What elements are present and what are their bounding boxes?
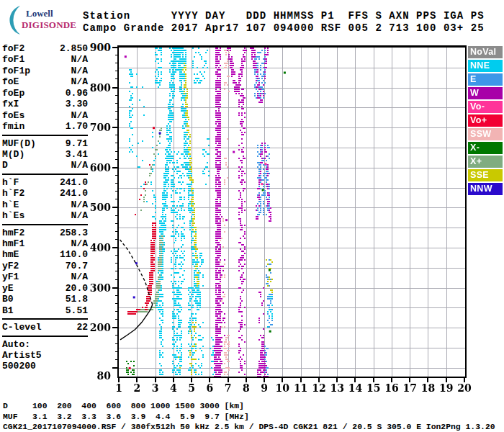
header-line-values: Campo Grande 2017 Apr17 107 094000 RSF 0… — [83, 22, 485, 34]
parameter-value: 258.3 — [60, 228, 88, 238]
parameter-row-foF1: foF1N/A — [2, 54, 88, 65]
x-axis-label-3: 3 — [147, 382, 164, 394]
parameter-value: 241.0 — [60, 177, 88, 188]
parameter-row-C-level: C-level22 — [2, 322, 88, 333]
x-axis-label-5: 5 — [183, 382, 200, 394]
y-axis-minor-tick — [115, 71, 119, 71]
parameter-row-B1: B15.51 — [2, 305, 88, 316]
legend-item-SSE: SSE — [468, 169, 503, 181]
parameter-row-yE: yE20.0 — [2, 283, 88, 294]
y-axis-minor-tick — [115, 55, 119, 55]
parameter-value: N/A — [71, 271, 88, 282]
parameter-value: N/A — [71, 110, 88, 121]
parameter-row-yF2: yF270.7 — [2, 261, 88, 271]
parameter-value: 70.7 — [66, 261, 88, 271]
x-axis-label-8: 8 — [238, 382, 255, 394]
y-axis-minor-tick — [115, 175, 119, 176]
y-axis-label-400: 400 — [85, 242, 111, 253]
x-axis-label-7: 7 — [220, 382, 237, 394]
parameter-value: 51.8 — [66, 294, 88, 305]
parameter-value: 241.0 — [60, 188, 88, 199]
header-line-columns: Station YYYY DAY DDD HHMMSS P1 FFS S AXN… — [83, 10, 485, 22]
parameter-row-foE: foEN/A — [2, 76, 88, 87]
parameter-label: hmF1 — [2, 238, 24, 249]
x-axis-label-16: 16 — [383, 382, 400, 394]
parameter-row-D: DN/A — [2, 160, 88, 171]
y-axis-label-600: 600 — [85, 162, 111, 174]
x-axis-label-10: 10 — [274, 382, 291, 394]
y-axis-minor-tick — [115, 183, 119, 184]
y-axis-major-tick — [112, 47, 119, 48]
y-axis-label-200: 200 — [85, 322, 111, 333]
x-axis-label-19: 19 — [438, 382, 455, 394]
legend-item-Vo-: Vo- — [468, 101, 503, 113]
parameter-label: h`F — [2, 177, 19, 188]
y-axis-minor-tick — [115, 143, 119, 143]
x-axis-label-9: 9 — [256, 382, 273, 394]
file-info-row: CGK21_2017107094000.RSF / 380fx512h 50 k… — [3, 423, 495, 431]
y-axis-minor-tick — [115, 135, 119, 135]
x-axis-label-18: 18 — [419, 382, 436, 394]
y-axis-minor-tick — [115, 215, 119, 216]
y-axis-major-tick — [112, 167, 119, 168]
parameter-value: N/A — [71, 66, 88, 76]
parameter-label: fmin — [2, 121, 24, 132]
parameter-label: h`E — [2, 199, 19, 210]
x-axis-label-20: 20 — [456, 382, 473, 394]
parameter-row-MUF(D): MUF(D)9.71 — [2, 138, 88, 149]
parameter-row-hmF1: hmF1N/A — [2, 238, 88, 249]
y-axis-label-300: 300 — [85, 282, 111, 294]
legend-item-W: W — [468, 87, 503, 99]
y-axis-minor-tick — [115, 95, 119, 96]
legend-item-SSW: SSW — [468, 128, 503, 140]
legend-item-X+: X+ — [468, 156, 503, 168]
y-axis-minor-tick — [115, 159, 119, 160]
y-axis-major-tick — [112, 367, 119, 369]
logo-text-digisonde: DIGISONDE — [22, 19, 76, 31]
legend-item-NoVal: NoVal — [468, 46, 503, 58]
parameter-label: D — [2, 160, 8, 171]
parameter-row-foEs: foEsN/A — [2, 110, 88, 121]
parameter-value: N/A — [71, 54, 88, 65]
panel-separator — [2, 336, 88, 337]
parameter-label: B1 — [2, 305, 14, 316]
parameter-row-hmE: hmE110.0 — [2, 249, 88, 260]
parameter-row-hmF2: hmF2258.3 — [2, 228, 88, 238]
parameter-row-foF2: foF22.850 — [2, 43, 88, 54]
x-axis-label-13: 13 — [328, 382, 346, 394]
parameter-row-yF1: yF1N/A — [2, 271, 88, 282]
y-axis-minor-tick — [115, 359, 119, 360]
autoscaling-info: Artist5 — [2, 350, 88, 361]
legend-item-X-: X- — [468, 142, 503, 154]
parameter-label: yF1 — [2, 271, 19, 282]
x-axis-label-14: 14 — [346, 382, 364, 394]
parameter-label: yF2 — [2, 261, 19, 271]
y-axis-minor-tick — [115, 239, 119, 240]
parameter-label: B0 — [2, 294, 14, 305]
parameter-label: C-level — [2, 322, 42, 333]
parameter-row-M(D): M(D)3.41 — [2, 149, 88, 160]
panel-separator — [2, 224, 88, 225]
parameter-label: MUF(D) — [2, 138, 36, 149]
x-axis-label-12: 12 — [310, 382, 328, 394]
ionogram-page: { "header": { "line1": "Station YYYY DAY… — [0, 0, 504, 432]
y-axis-label-800: 800 — [85, 82, 111, 94]
parameter-row-h`E: h`EN/A — [2, 199, 88, 210]
parameter-row-h`F: h`F241.0 — [2, 177, 88, 188]
y-axis-major-tick — [112, 247, 119, 248]
y-axis-minor-tick — [115, 151, 119, 152]
y-axis-label-80: 80 — [85, 370, 111, 382]
ionogram-plot — [119, 48, 465, 377]
station-header: Station YYYY DAY DDD HHMMSS P1 FFS S AXN… — [83, 10, 485, 35]
legend-item-E: E — [468, 73, 503, 86]
y-axis-minor-tick — [115, 351, 119, 352]
y-axis-minor-tick — [115, 295, 119, 296]
parameter-label: hmF2 — [2, 228, 24, 238]
parameter-value: 9.71 — [66, 138, 88, 149]
parameter-value: 3.41 — [66, 149, 88, 160]
panel-separator — [2, 318, 88, 320]
x-axis-label-15: 15 — [365, 382, 382, 394]
lowell-digisonde-logo: Lowell DIGISONDE — [6, 4, 78, 36]
parameter-label: foF1p — [2, 66, 30, 76]
y-axis-major-tick — [112, 207, 119, 208]
